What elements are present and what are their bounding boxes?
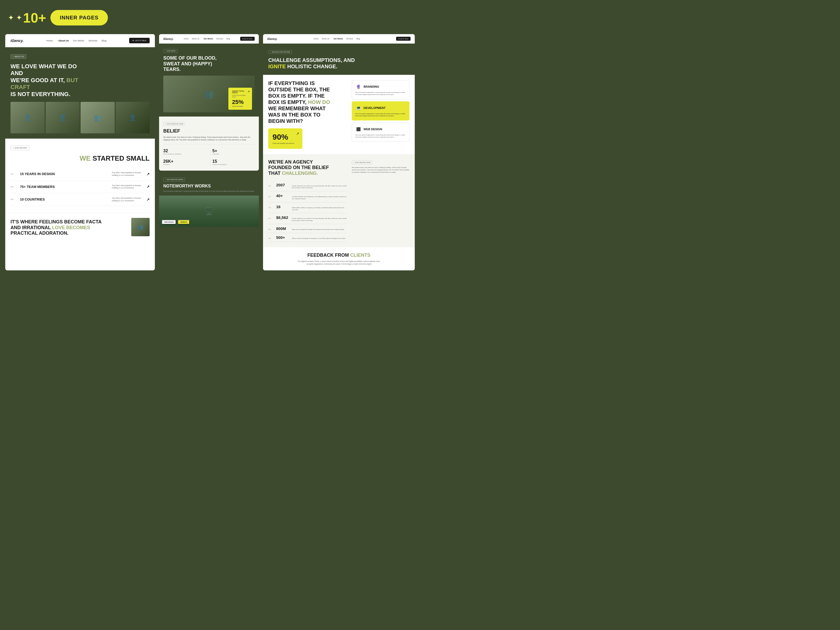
team-photo-4: 👤	[116, 102, 150, 133]
stat-40plus: 002 40+ Creative thinkers and engineers,…	[268, 191, 346, 202]
service-card-development: 💻 DEVELOPMENT Here we ignite imagination…	[352, 101, 409, 120]
agency-section: WE'RE AN AGENCY FOUNDED ON THE BELIEF TH…	[263, 154, 415, 247]
services-cta-button[interactable]: ✉ LET'S TALK	[396, 37, 411, 41]
arrow-icon: ↗	[147, 197, 150, 202]
percentage-desc: That's the problem we solve for	[273, 142, 298, 145]
history-list: 001 15 YEARS IN DESIGN Tiny Wins' that p…	[11, 168, 150, 206]
works-tag: OUR WORK	[163, 49, 177, 53]
arrow-icon: ↗	[147, 172, 150, 176]
challenge-left: IF EVERYTHING IS OUTSIDE THE BOX, THE BO…	[268, 80, 347, 149]
works-nav-home[interactable]: Home	[184, 38, 189, 39]
stat-500plus: 006 500+ We've had the privilege of work…	[268, 233, 346, 242]
history-section: OUR HISTORY WE STARTED SMALL 001 15 YEAR…	[5, 139, 155, 212]
services-nav-blog[interactable]: Blog	[356, 38, 360, 39]
nav-blog[interactable]: Blog	[102, 39, 106, 42]
services-hero: SERVICES WE PROVIDE CHALLENGE ASSUMPTION…	[263, 44, 415, 75]
nav-cta-button[interactable]: ✉ LET'S TALK	[129, 38, 150, 43]
creative-tag: OUR CREATIVE TEAM	[163, 122, 185, 126]
services-nav-links: Home About Us Our Works Services Blog	[282, 38, 392, 39]
sparkle-icon: ✦ ✦	[8, 14, 22, 22]
nav-works[interactable]: Our Works	[73, 39, 84, 42]
services-nav-works[interactable]: Our Works	[332, 38, 343, 39]
services-nav-home[interactable]: Home	[314, 38, 319, 39]
development-title: DEVELOPMENT	[363, 106, 385, 109]
nav-services[interactable]: Services	[88, 39, 98, 42]
tagline-image: 👥	[131, 218, 150, 236]
percentage-number: 90%	[273, 133, 298, 142]
stat-2007: 001 2007 Funds raised by our clients in …	[268, 181, 346, 192]
webdesign-text: Here we ignite imaginations, harnessing …	[355, 134, 406, 138]
badge-number: 10+	[23, 11, 46, 25]
percentage-arrow-icon: ↗	[296, 131, 299, 136]
services-nav: iGency. Home About Us Our Works Services…	[263, 34, 415, 44]
works-nav-about[interactable]: About Us	[192, 38, 199, 39]
feedback-section: FEEDBACK FROM CLIENTS The Digital Innova…	[263, 247, 415, 271]
team-photo-2: 👤	[46, 102, 80, 133]
stat-800m: 005 800M Daily users impacted through th…	[268, 224, 346, 233]
service-card-webdesign: ⬛ WEB DESIGN Here we ignite imaginations…	[352, 123, 409, 142]
development-icon: 💻	[355, 105, 362, 111]
nav-links: Home About Us Our Works Services Blog	[29, 39, 124, 42]
about-hero: ABOUT US WE LOVE WHAT WE DO AND WE'RE GO…	[5, 47, 155, 139]
history-tag: OUR HISTORY	[11, 146, 30, 150]
works-nav: iGency. Home About Us Our Works Services…	[159, 34, 259, 44]
services-nav-about[interactable]: About Us	[322, 38, 330, 39]
works-nav-links: Home About Us Our Works Services Blog	[178, 38, 236, 39]
main-layout: iGency. Home About Us Our Works Services…	[0, 0, 420, 276]
works-nav-blog[interactable]: Blog	[226, 38, 230, 39]
nav-home[interactable]: Home	[46, 39, 53, 42]
development-text: Here we ignite imaginations, harnessing …	[355, 113, 406, 117]
team-photos: 👤 👤 👥 👤	[11, 102, 150, 133]
service-cards: 🔮 BRANDING Here we ignite imaginations, …	[352, 80, 409, 149]
noteworthy-section: OUR CREATIVE WORKS NOTEWORTHY WORKS Here…	[159, 173, 259, 227]
nav-about[interactable]: About Us	[57, 39, 69, 42]
works-team-photo: 👥 AGENCY TOTAL GOALS A future-focused di…	[163, 76, 255, 112]
works-nav-services[interactable]: Services	[216, 38, 223, 39]
webdesign-icon: ⬛	[355, 126, 362, 132]
inner-pages-button[interactable]: INNER PAGES	[51, 10, 108, 25]
stat-years: 15 YEARS IN BUSINESS	[210, 158, 255, 166]
stat-awards: 32 PAYS ON BACK (AWARDS)	[163, 147, 208, 156]
team-photo-1: 👤	[11, 102, 45, 133]
branding-title: BRANDING	[363, 85, 379, 88]
noteworthy-text: Here we ignite imaginations, harnessing …	[163, 190, 255, 192]
website-button[interactable]: WEBSITE	[178, 220, 189, 224]
works-hero: OUR WORK SOME OF OUR BLOOD, SWEAT AND (H…	[159, 44, 259, 117]
about-us-panel: iGency. Home About Us Our Works Services…	[5, 34, 155, 270]
percentage-card[interactable]: 90% That's the problem we solve for ↗	[268, 128, 302, 149]
noteworthy-title: NOTEWORTHY WORKS	[163, 183, 255, 188]
creative-section: OUR CREATIVE TEAM BELIEF We started smal…	[159, 117, 259, 171]
about-us-tag: ABOUT US	[11, 54, 26, 59]
works-nav-works[interactable]: Our Works	[202, 38, 213, 39]
works-cta-button[interactable]: ✉ LET'S TALK	[240, 37, 255, 41]
nav-logo: iGency.	[11, 39, 24, 43]
history-item: 001 15 YEARS IN DESIGN Tiny Wins' that p…	[11, 168, 150, 181]
services-panel: iGency. Home About Us Our Works Services…	[263, 34, 415, 270]
team-photo-3: 👥	[81, 102, 115, 133]
bottom-tagline: IT'S WHERE FEELINGS BECOME FACTA AND IRR…	[5, 212, 155, 242]
stats-card: AGENCY TOTAL GOALS A future-focused digi…	[228, 88, 252, 110]
top-badge: ✦ ✦ 10+ INNER PAGES	[8, 10, 108, 25]
services-nav-services[interactable]: Services	[346, 38, 353, 39]
agency-left: WE'RE AN AGENCY FOUNDED ON THE BELIEF TH…	[268, 159, 346, 242]
hero-title: WE LOVE WHAT WE DO AND WE'RE GOOD AT IT,…	[11, 63, 84, 98]
tagline-text: IT'S WHERE FEELINGS BECOME FACTA AND IRR…	[11, 219, 127, 236]
history-item: 003 10 COUNTRIES Tiny Wins' that propell…	[11, 193, 150, 206]
noteworthy-tag: OUR CREATIVE WORKS	[163, 178, 185, 182]
stat-16: 003 16 Nationalities within our agency, …	[268, 202, 346, 213]
sparkle-number: ✦ ✦ 10+	[8, 11, 46, 25]
creative-text: We started small. One client at a time. …	[163, 136, 255, 141]
branding-icon: 🔮	[355, 84, 362, 90]
agency-title: WE'RE AN AGENCY FOUNDED ON THE BELIEF TH…	[268, 159, 346, 177]
works-nav-section: iGency. Home About Us Our Works Services…	[159, 34, 259, 171]
agency-right: OUR CREATIVE TEAM We started small. One …	[352, 159, 409, 242]
web-design-button[interactable]: WEB DESIGN	[162, 220, 176, 224]
feedback-title: FEEDBACK FROM CLIENTS	[268, 253, 409, 258]
services-hero-title: CHALLENGE ASSUMPTIONS, AND IGNITE HOLIST…	[268, 57, 409, 69]
feedback-text: The Digital Innovation Studio, a haven w…	[297, 260, 381, 265]
challenge-title: IF EVERYTHING IS OUTSIDE THE BOX, THE BO…	[268, 80, 347, 124]
stat-unicorn: 5+ UNICORN	[210, 147, 255, 156]
noteworthy-header: OUR CREATIVE WORKS NOTEWORTHY WORKS Here…	[159, 173, 259, 196]
stats-arrow-icon: ↗	[247, 90, 250, 93]
our-works-panel: iGency. Home About Us Our Works Services…	[159, 34, 259, 270]
